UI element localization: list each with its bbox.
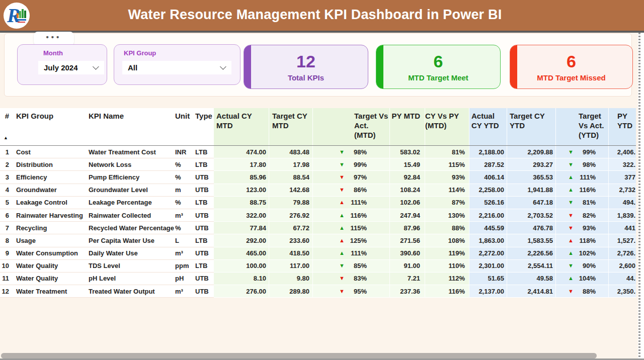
month-slicer: Month July 2024: [17, 44, 107, 85]
column-header-cy-vs-py-mtd[interactable]: CY Vs PY (MTD): [425, 108, 469, 145]
table-cell-tva-mtd: ▼99%: [313, 158, 390, 171]
table-cell-target-ytd: 2,554.11: [507, 260, 556, 273]
table-cell-py-mtd: 247.94: [390, 209, 425, 222]
table-cell-target-mtd: 17.98: [269, 158, 313, 171]
table-cell-py-mtd: 7.21: [390, 273, 425, 285]
table-row[interactable]: 5Leakage ControlLeakage Percentage%LTB88…: [0, 197, 636, 209]
table-cell-cy-vs-py-mtd: 119%: [425, 247, 469, 260]
table-cell-name: Treated Water Output: [87, 285, 174, 298]
table-row[interactable]: 12Water TreatmentTreated Water Outputm³U…: [0, 285, 636, 298]
month-dropdown-value: July 2024: [44, 63, 78, 72]
column-header-target-cy-ytd[interactable]: Target CY YTD: [507, 108, 556, 145]
table-cell-type: LTB: [194, 146, 214, 158]
table-cell-name: pH Level: [87, 273, 174, 285]
table-cell-actual-mtd: 123.00: [214, 184, 269, 197]
table-cell-num: 6: [0, 209, 13, 222]
table-cell-target-ytd: 293.27: [507, 158, 556, 171]
table-row[interactable]: 2DistributionNetwork Loss%LTB17.8017.98▼…: [0, 158, 636, 171]
table-cell-name: Recycled Water Percentage: [87, 222, 174, 234]
table-cell-target-ytd: 1,941.88: [507, 184, 556, 197]
column-header-target-vs-act-mtd[interactable]: Target Vs Act. (MTD): [313, 108, 390, 145]
kpi-group-dropdown[interactable]: All: [122, 61, 231, 74]
arrow-down-icon: ▼: [339, 289, 345, 294]
table-cell-tva-mtd: ▼98%: [313, 146, 390, 158]
table-cell-group: Water Quality: [13, 273, 87, 285]
table-cell-py-mtd: 92.84: [390, 171, 425, 184]
column-header-num[interactable]: # ▲: [0, 108, 13, 145]
table-cell-cy-vs-py-mtd: 130%: [425, 209, 469, 222]
table-cell-unit: %: [174, 158, 194, 171]
column-header-py-ytd[interactable]: PY YTD: [609, 108, 636, 145]
table-cell-group: Recycling: [13, 222, 87, 234]
table-cell-group: Water Treatment: [13, 285, 87, 298]
column-header-py-mtd[interactable]: PY MTD: [390, 108, 425, 145]
table-cell-unit: m: [174, 184, 194, 197]
table-cell-actual-ytd: 406.14: [469, 171, 507, 184]
arrow-down-icon: ▼: [339, 276, 345, 281]
column-header-type[interactable]: Type: [194, 108, 214, 145]
table-cell-py-ytd: 377: [609, 171, 636, 184]
table-cell-group: Cost: [13, 146, 87, 158]
table-cell-target-ytd: 476.78: [507, 222, 556, 234]
table-row[interactable]: 6Rainwater HarvestingRainwater Collected…: [0, 209, 636, 222]
table-row[interactable]: 10Water QualityTDS LevelppmLTB100.00117.…: [0, 260, 636, 273]
table-cell-py-ytd: 494.: [609, 197, 636, 209]
mtd-target-missed-card[interactable]: 6 MTD Target Missed: [510, 45, 633, 89]
ellipsis-icon: •••: [46, 35, 62, 43]
kpi-group-slicer-label: KPI Group: [124, 49, 156, 57]
table-cell-tva-ytd: ▼98%: [556, 158, 609, 171]
arrow-down-icon: ▼: [339, 263, 345, 268]
table-row[interactable]: 3EfficiencyPump Efficiency%UTB85.9688.54…: [0, 171, 636, 184]
table-cell-cy-vs-py-mtd: 81%: [425, 146, 469, 158]
table-row[interactable]: 1CostWater Treatment CostINRLTB474.00483…: [0, 146, 636, 158]
table-row[interactable]: 7RecyclingRecycled Water Percentage%UTB7…: [0, 222, 636, 234]
table-cell-py-ytd: 322.: [609, 158, 636, 171]
column-header-actual-cy-mtd[interactable]: Actual CY MTD: [214, 108, 269, 145]
table-cell-actual-ytd: 287.52: [469, 158, 507, 171]
table-cell-actual-mtd: 88.75: [214, 197, 269, 209]
arrow-up-icon: ▲: [339, 238, 345, 243]
table-cell-actual-ytd: 2,137.00: [469, 285, 507, 298]
table-row[interactable]: 11Water QualitypH LevelpHUTB8.109.80▼83%…: [0, 273, 636, 285]
dashboard-screen: R Water Resource Management KPI Dashboar…: [0, 0, 644, 360]
table-cell-target-mtd: 276.92: [269, 209, 313, 222]
sort-ascending-icon: ▲: [4, 133, 8, 143]
table-cell-tva-ytd: ▲118%: [556, 234, 609, 247]
month-dropdown[interactable]: July 2024: [38, 61, 104, 74]
table-cell-tva-mtd: ▼95%: [313, 285, 390, 298]
column-header-kpi-name[interactable]: KPI Name: [87, 108, 174, 145]
table-cell-target-mtd: 88.54: [269, 171, 313, 184]
table-cell-name: Per Capita Water Use: [87, 234, 174, 247]
mtd-target-missed-label: MTD Target Missed: [537, 73, 605, 82]
table-cell-actual-ytd: 2,216.00: [469, 209, 507, 222]
table-cell-num: 9: [0, 247, 13, 260]
table-cell-py-ytd: 1,839.: [609, 209, 636, 222]
more-options-button[interactable]: •••: [34, 32, 74, 46]
table-cell-name: Groundwater Level: [87, 184, 174, 197]
table-cell-num: 12: [0, 285, 13, 298]
table-cell-num: 11: [0, 273, 13, 285]
table-cell-type: UTB: [194, 273, 214, 285]
column-header-target-vs-act-ytd[interactable]: Target Vs Act. (YTD): [556, 108, 609, 145]
table-cell-py-mtd: 108.24: [390, 184, 425, 197]
table-cell-target-ytd: 2,414.81: [507, 285, 556, 298]
table-row[interactable]: 9Water ConsumptionDaily Water Usem³UTB46…: [0, 247, 636, 260]
column-header-unit[interactable]: Unit: [174, 108, 194, 145]
table-row[interactable]: 8UsagePer Capita Water UseLLTB292.00233.…: [0, 234, 636, 247]
arrow-down-icon: ▼: [568, 289, 574, 294]
table-cell-actual-mtd: 8.10: [214, 273, 269, 285]
arrow-down-icon: ▼: [568, 225, 574, 231]
table-cell-cy-vs-py-mtd: 87%: [425, 197, 469, 209]
total-kpis-card[interactable]: 12 Total KPIs: [244, 45, 368, 89]
table-cell-py-ytd: 2,406.: [609, 146, 636, 158]
table-cell-name: TDS Level: [87, 260, 174, 273]
column-header-target-cy-mtd[interactable]: Target CY MTD: [269, 108, 313, 145]
column-header-kpi-group[interactable]: KPI Group: [13, 108, 87, 145]
table-cell-tva-ytd: ▼93%: [556, 222, 609, 234]
table-row[interactable]: 4GroundwaterGroundwater LevelmUTB123.001…: [0, 184, 636, 197]
table-cell-tva-mtd: ▼97%: [313, 171, 390, 184]
mtd-target-meet-card[interactable]: 6 MTD Target Meet: [376, 45, 501, 89]
table-cell-py-ytd: 2,600: [609, 260, 636, 273]
horizontal-scrollbar[interactable]: [1, 353, 597, 358]
column-header-actual-cy-ytd[interactable]: Actual CY YTD: [469, 108, 507, 145]
